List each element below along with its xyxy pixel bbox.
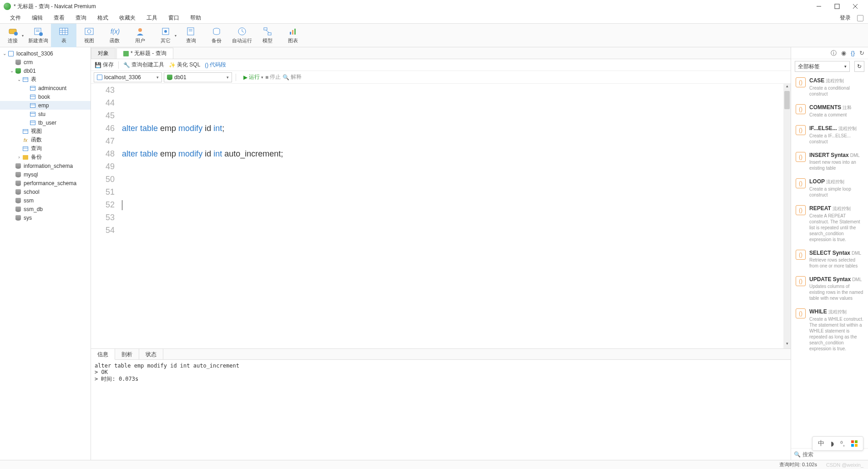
code-line[interactable]: alter table emp modify id int;: [122, 122, 783, 135]
tree-connection[interactable]: ⌄localhost_3306: [0, 49, 91, 58]
code-line[interactable]: [122, 173, 783, 186]
code-line[interactable]: alter table emp modify id int auto_incre…: [122, 147, 783, 160]
scroll-thumb[interactable]: [784, 91, 790, 109]
minimize-button[interactable]: [810, 0, 828, 13]
ime-item-2[interactable]: ⁰,: [840, 440, 845, 447]
snippet-SELECT Syntax[interactable]: ()SELECT SyntaxDMLRetrieve rows selected…: [791, 246, 868, 272]
toolbar-table[interactable]: 表: [51, 24, 76, 47]
output-text[interactable]: alter table emp modify id int auto_incre…: [91, 360, 791, 460]
save-button[interactable]: 💾保存: [95, 61, 114, 69]
snippet-IF...ELSE...[interactable]: ()IF...ELSE...流程控制Create a IF...ELSE... …: [791, 121, 868, 148]
snippet-CASE[interactable]: ()CASE流程控制Create a conditional construct: [791, 74, 868, 101]
code-line[interactable]: [122, 186, 783, 198]
panel-icon-0[interactable]: ⓘ: [831, 49, 837, 57]
panel-icon-3[interactable]: ↻: [859, 50, 864, 56]
tree-cat-备份[interactable]: ›备份: [0, 153, 91, 161]
panel-icon-1[interactable]: ◉: [841, 50, 846, 56]
menu-帮助[interactable]: 帮助: [185, 13, 207, 23]
code-line[interactable]: [122, 211, 783, 224]
tree-cat-视图[interactable]: 视图: [0, 127, 91, 136]
tree-db-school[interactable]: school: [0, 187, 91, 196]
output-tab-信息[interactable]: 信息: [91, 349, 115, 360]
snippet-list[interactable]: ()CASE流程控制Create a conditional construct…: [791, 74, 868, 448]
code-line[interactable]: [122, 135, 783, 147]
snippet-REPEAT[interactable]: ()REPEAT流程控制Create A REPEAT construct. T…: [791, 202, 868, 246]
code-line[interactable]: [122, 109, 783, 122]
toolbar-chart[interactable]: 图表: [280, 24, 306, 47]
code-line[interactable]: [122, 224, 783, 237]
toolbar-new-query[interactable]: 新建查询: [25, 24, 51, 47]
connection-select[interactable]: localhost_3306 ▾: [94, 72, 162, 82]
snippet-search-input[interactable]: [802, 451, 868, 458]
tree-table-stu[interactable]: stu: [0, 110, 91, 118]
ime-toolbar[interactable]: 中◗⁰,: [812, 436, 863, 451]
login-icon[interactable]: [857, 15, 863, 21]
menu-文件[interactable]: 文件: [5, 13, 26, 23]
expand-icon[interactable]: ⌄: [9, 68, 15, 73]
refresh-button[interactable]: ↻: [854, 61, 864, 72]
snippet-button[interactable]: ()代码段: [205, 61, 226, 69]
ime-item-1[interactable]: ◗: [831, 440, 834, 447]
scroll-up-icon[interactable]: ▴: [783, 84, 791, 91]
ime-item-3[interactable]: [851, 440, 858, 447]
tree-db-sys[interactable]: sys: [0, 213, 91, 222]
toolbar-other[interactable]: 其它▾: [153, 24, 178, 47]
tree-db-crm[interactable]: crm: [0, 58, 91, 66]
toolbar-user[interactable]: 用户: [127, 24, 153, 47]
snippet-LOOP[interactable]: ()LOOP流程控制Create a simple loop construct: [791, 175, 868, 202]
query-builder-button[interactable]: 🔧查询创建工具: [123, 61, 164, 69]
tree-table-admincount[interactable]: admincount: [0, 84, 91, 92]
code-line[interactable]: [122, 96, 783, 109]
run-button[interactable]: ▶运行▾: [243, 73, 263, 81]
code-line[interactable]: [122, 198, 783, 211]
tree-folder-tables[interactable]: ⌄表: [0, 75, 91, 84]
close-button[interactable]: [846, 0, 864, 13]
tag-filter-select[interactable]: 全部标签 ▾: [795, 61, 850, 72]
scroll-down-icon[interactable]: ▾: [783, 341, 791, 348]
toolbar-view[interactable]: 视图: [76, 24, 102, 47]
code-area[interactable]: alter table emp modify id int; alter tab…: [119, 84, 783, 348]
menu-查看[interactable]: 查看: [48, 13, 70, 23]
tree-db-information_schema[interactable]: information_schema: [0, 161, 91, 170]
ime-item-0[interactable]: 中: [818, 439, 824, 448]
expand-icon[interactable]: ›: [16, 155, 22, 160]
login-link[interactable]: 登录: [835, 13, 855, 23]
toolbar-query[interactable]: 查询: [178, 24, 204, 47]
output-tab-剖析[interactable]: 剖析: [115, 349, 139, 359]
tree-db-performance_schema[interactable]: performance_schema: [0, 179, 91, 187]
toolbar-connect[interactable]: 连接▾: [0, 24, 25, 47]
expand-icon[interactable]: ⌄: [2, 51, 7, 56]
menu-格式[interactable]: 格式: [92, 13, 114, 23]
menu-窗口[interactable]: 窗口: [163, 13, 185, 23]
tree-table-emp[interactable]: emp: [0, 101, 91, 110]
sql-editor[interactable]: 434445464748495051525354 alter table emp…: [91, 84, 791, 348]
panel-icon-2[interactable]: {}: [851, 50, 855, 56]
snippet-INSERT Syntax[interactable]: ()INSERT SyntaxDMLInsert new rows into a…: [791, 148, 868, 175]
toolbar-model[interactable]: 模型: [255, 24, 280, 47]
menu-工具[interactable]: 工具: [141, 13, 163, 23]
snippet-COMMENTS[interactable]: ()COMMENTS注释Create a comment: [791, 101, 868, 121]
snippet-UPDATE Syntax[interactable]: ()UPDATE SyntaxDMLUpdates columns of exi…: [791, 272, 868, 305]
tab-* 无标题 - 查询[interactable]: * 无标题 - 查询: [116, 48, 173, 59]
database-select[interactable]: db01 ▾: [164, 72, 232, 82]
tree-db-ssm[interactable]: ssm: [0, 196, 91, 205]
toolbar-backup[interactable]: 备份: [204, 24, 229, 47]
toolbar-function[interactable]: f(x)函数: [102, 24, 127, 47]
tree-db-db01[interactable]: ⌄db01: [0, 66, 91, 75]
tree-db-mysql[interactable]: mysql: [0, 170, 91, 179]
menu-收藏夹[interactable]: 收藏夹: [114, 13, 141, 23]
expand-icon[interactable]: ⌄: [16, 77, 22, 82]
tree-table-tb_user[interactable]: tb_user: [0, 118, 91, 127]
explain-button[interactable]: 🔍解释: [283, 73, 302, 81]
tab-对象[interactable]: 对象: [91, 48, 116, 59]
beautify-button[interactable]: ✨美化 SQL: [169, 61, 200, 69]
output-tab-状态[interactable]: 状态: [139, 349, 163, 359]
snippet-WHILE[interactable]: ()WHILE流程控制Create a WHILE construct. The…: [791, 305, 868, 355]
code-line[interactable]: [122, 84, 783, 96]
menu-编辑[interactable]: 编辑: [26, 13, 48, 23]
editor-scrollbar[interactable]: ▴ ▾: [783, 84, 791, 348]
tree-db-ssm_db[interactable]: ssm_db: [0, 205, 91, 213]
tree-cat-查询[interactable]: 查询: [0, 144, 91, 153]
toolbar-autorun[interactable]: 自动运行: [229, 24, 255, 47]
maximize-button[interactable]: [828, 0, 846, 13]
